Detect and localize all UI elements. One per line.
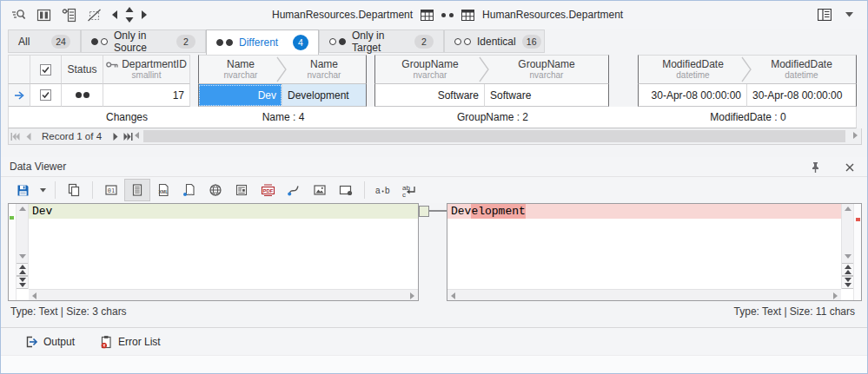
modifieddate-target-header[interactable]: ModifiedDate datetime (747, 55, 857, 84)
scroll-right-icon[interactable] (410, 292, 414, 299)
no-filter-button[interactable] (82, 3, 107, 26)
tab-different[interactable]: Different 4 (206, 30, 319, 55)
status-header[interactable]: Status (62, 55, 103, 84)
tab-only-in-source[interactable]: Only in Source 2 (81, 30, 206, 53)
pdf-view-button[interactable]: PDF (255, 179, 281, 201)
scroll-down-icon[interactable] (19, 254, 26, 259)
prev-record-button[interactable] (22, 129, 35, 144)
target-vertical-scrollbar[interactable] (841, 204, 853, 289)
name-target-header[interactable]: Name nvarchar (282, 55, 367, 84)
modifieddate-source-cell[interactable]: 30-Apr-08 00:00:00 (638, 84, 747, 107)
row-checkbox-cell[interactable] (30, 84, 62, 107)
image-view-button[interactable] (307, 179, 333, 201)
column-options-button[interactable] (56, 3, 82, 26)
groupname-target-header[interactable]: GroupName nvarchar (485, 55, 609, 84)
target-value-status: Type: Text | Size: 11 chars (734, 305, 855, 318)
chevron-down-icon[interactable] (845, 12, 853, 17)
binary-view-button[interactable]: 01 (98, 179, 124, 201)
scroll-up-icon[interactable] (19, 207, 26, 211)
departmentid-cell[interactable]: 17 (103, 84, 190, 107)
text-view-button[interactable] (124, 179, 150, 201)
split-view-button[interactable] (31, 3, 56, 26)
scroll-right-icon[interactable] (833, 292, 838, 299)
char-compare-button[interactable]: ab (370, 179, 396, 201)
next-difference-button[interactable] (842, 276, 853, 289)
close-button[interactable] (843, 161, 857, 174)
media-view-button[interactable] (333, 179, 359, 201)
source-horizontal-scrollbar[interactable] (29, 289, 418, 300)
media-view-icon (339, 183, 354, 197)
modifieddate-target-cell[interactable]: 30-Apr-08 00:00:00 (747, 84, 857, 107)
target-value-pane[interactable]: Development (447, 203, 862, 301)
save-dropdown-button[interactable] (36, 179, 50, 201)
departmentid-header[interactable]: DepartmentID smallint (103, 55, 190, 84)
next-difference-button[interactable] (17, 276, 28, 289)
scroll-right-icon[interactable] (853, 132, 858, 139)
modifieddate-source-header[interactable]: ModifiedDate datetime (638, 55, 747, 84)
tab-all[interactable]: All 24 (8, 30, 81, 53)
prev-difference-button[interactable] (842, 263, 853, 276)
diff-highlight: elopment (471, 204, 525, 219)
svg-text:c: c (402, 190, 406, 197)
target-text-line[interactable]: Development (447, 204, 841, 219)
scroll-down-icon[interactable] (845, 254, 851, 259)
svg-text:01: 01 (108, 187, 115, 194)
groupname-source-cell[interactable]: Software (374, 84, 485, 107)
pair-chevron-icon (741, 56, 752, 83)
bottom-strip (1, 355, 867, 373)
tab-error-list[interactable]: Error List (99, 335, 161, 349)
pin-button[interactable] (808, 161, 822, 174)
name-source-header[interactable]: Name nvarchar (198, 55, 282, 84)
source-value-pane[interactable]: Dev (8, 203, 419, 301)
spatial-view-button[interactable] (281, 179, 307, 201)
save-icon (16, 183, 30, 198)
tab-only-in-target[interactable]: Only in Target 2 (319, 30, 444, 53)
prev-difference-button[interactable] (17, 263, 28, 276)
source-text-line[interactable]: Dev (29, 204, 418, 219)
nav-up-down-button[interactable] (122, 3, 136, 26)
source-vertical-scrollbar[interactable] (17, 204, 29, 289)
json-view-button[interactable] (176, 179, 202, 201)
nav-left-button[interactable] (107, 3, 122, 26)
first-record-button[interactable] (9, 129, 22, 144)
scroll-left-icon[interactable] (135, 132, 139, 139)
select-all-checkbox[interactable] (40, 64, 51, 75)
nav-right-button[interactable] (136, 3, 151, 26)
rtf-view-button[interactable] (229, 179, 255, 201)
target-horizontal-scrollbar[interactable] (447, 289, 841, 300)
web-view-button[interactable] (202, 179, 229, 201)
xml-view-button[interactable]: XML (150, 179, 176, 201)
data-viewer-title: Data Viewer (10, 161, 66, 173)
source-value-status: Type: Text | Size: 3 chars (10, 305, 127, 318)
source-text-area[interactable]: Dev (29, 204, 418, 289)
name-target-cell[interactable]: Development (282, 84, 367, 107)
view-layout-button[interactable] (818, 9, 832, 21)
row-arrow-icon (14, 90, 25, 101)
word-wrap-button[interactable]: abc (396, 179, 422, 201)
target-dot-icon (329, 38, 346, 45)
scrollbar-thumb[interactable] (143, 130, 845, 142)
scroll-left-icon[interactable] (451, 292, 455, 299)
row-status-cell[interactable] (62, 84, 103, 107)
toolbar-separator (92, 181, 93, 199)
tab-identical[interactable]: Identical 16 (444, 30, 545, 53)
scroll-up-icon[interactable] (845, 207, 851, 211)
grid-horizontal-scrollbar[interactable] (135, 128, 861, 144)
groupname-source-header[interactable]: GroupName nvarchar (374, 55, 485, 84)
groupname-target-cell[interactable]: Software (485, 84, 609, 107)
row-checkbox[interactable] (40, 89, 51, 101)
last-record-button[interactable] (122, 129, 135, 144)
scroll-left-icon[interactable] (32, 292, 36, 299)
select-all-header[interactable] (30, 55, 62, 84)
next-record-button[interactable] (109, 129, 122, 144)
save-button[interactable] (10, 179, 36, 201)
quick-find-button[interactable] (6, 3, 31, 26)
target-text-area[interactable]: Development (447, 204, 841, 289)
name-source-cell[interactable]: Dev (198, 84, 282, 107)
identical-dot-icon (454, 38, 471, 45)
copy-button[interactable] (61, 179, 87, 201)
filter-tab-bar: All 24 Only in Source 2 Different 4 Only… (1, 29, 867, 55)
tab-output[interactable]: Output (25, 336, 75, 348)
output-icon (25, 336, 38, 348)
target-marker-gutter (853, 204, 861, 300)
